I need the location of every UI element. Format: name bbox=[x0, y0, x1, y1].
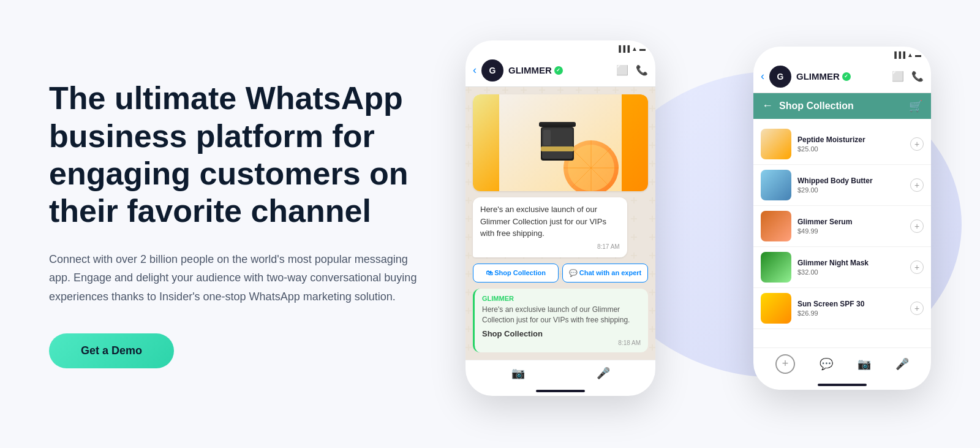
wifi-icon: ▲ bbox=[631, 45, 638, 52]
home-indicator-right bbox=[753, 380, 931, 390]
chat-expert-button[interactable]: 💬 Chat with an expert bbox=[562, 264, 648, 283]
wa-chat-header: ‹ G GLIMMER ✓ ⬜ 📞 bbox=[466, 55, 655, 87]
brand-text: GLIMMER bbox=[508, 65, 552, 75]
wa-shop-header-bar: ‹ G GLIMMER ✓ ⬜ 📞 bbox=[753, 61, 931, 93]
signal-icon: ▐▐▐ bbox=[617, 45, 630, 52]
product-price: $26.99 bbox=[797, 309, 904, 317]
status-icons-right: ▐▐▐ ▲ ▬ bbox=[892, 51, 921, 58]
get-demo-button[interactable]: Get a Demo bbox=[49, 333, 174, 368]
phone-icon[interactable]: 📞 bbox=[636, 64, 648, 76]
shop-back-icon[interactable]: ← bbox=[762, 99, 773, 112]
shop-bottom-nav: + 💬 📷 🎤 bbox=[753, 347, 931, 380]
product-price: $32.00 bbox=[797, 268, 904, 276]
status-icons: ▐▐▐ ▲ ▬ bbox=[617, 45, 646, 52]
product-list-item: Sun Screen SPF 30 $26.99 + bbox=[753, 288, 931, 329]
video-icon[interactable]: ⬜ bbox=[616, 64, 628, 76]
mic-icon-shop[interactable]: 🎤 bbox=[895, 357, 909, 371]
phone-icon-right[interactable]: 📞 bbox=[911, 70, 924, 82]
brand-text-right: GLIMMER bbox=[796, 71, 840, 82]
verified-badge: ✓ bbox=[554, 66, 563, 75]
signal-icon-right: ▐▐▐ bbox=[892, 51, 905, 58]
battery-icon: ▬ bbox=[639, 45, 646, 52]
chat-cta-row: 🛍 Shop Collection 💬 Chat with an expert bbox=[473, 264, 648, 283]
brand-avatar: G bbox=[481, 59, 503, 82]
battery-icon-right: ▬ bbox=[915, 51, 921, 58]
chat-message-bubble: Here's an exclusive launch of our Glimme… bbox=[473, 197, 627, 257]
shop-title: Shop Collection bbox=[779, 101, 903, 112]
product-name: Glimmer Serum bbox=[797, 218, 904, 226]
brand-name-right: GLIMMER ✓ bbox=[796, 71, 851, 82]
status-bar-left: ▐▐▐ ▲ ▬ bbox=[466, 40, 655, 55]
wifi-icon-right: ▲ bbox=[907, 51, 913, 58]
add-icon[interactable]: + bbox=[775, 354, 795, 374]
product-thumbnail bbox=[761, 129, 791, 159]
hero-subtitle: Connect with over 2 billion people on th… bbox=[49, 250, 429, 306]
product-info: Whipped Body Butter $29.00 bbox=[797, 177, 904, 194]
add-product-button[interactable]: + bbox=[910, 137, 924, 151]
product-info: Peptide Moisturizer $25.00 bbox=[797, 135, 904, 153]
page-wrapper: The ultimate WhatsApp business platform … bbox=[0, 0, 980, 448]
hero-title: The ultimate WhatsApp business platform … bbox=[49, 80, 441, 230]
notif-brand: GLIMMER bbox=[482, 295, 641, 302]
shop-collection-button[interactable]: 🛍 Shop Collection bbox=[473, 264, 559, 283]
product-name: Peptide Moisturizer bbox=[797, 135, 904, 144]
chat-product-image bbox=[473, 94, 648, 192]
product-price: $49.99 bbox=[797, 227, 904, 235]
product-list-item: Whipped Body Butter $29.00 + bbox=[753, 165, 931, 206]
chat-area: Here's an exclusive launch of our Glimme… bbox=[466, 87, 655, 360]
brand-name-left: GLIMMER ✓ bbox=[508, 65, 563, 75]
video-icon-right[interactable]: ⬜ bbox=[892, 70, 904, 82]
add-product-button[interactable]: + bbox=[910, 178, 924, 192]
notification-bubble: GLIMMER Here's an exclusive launch of ou… bbox=[473, 289, 648, 352]
product-name: Whipped Body Butter bbox=[797, 177, 904, 185]
phones-section: ▐▐▐ ▲ ▬ ‹ G GLIMMER ✓ bbox=[466, 16, 943, 433]
cart-icon[interactable]: 🛒 bbox=[909, 99, 922, 113]
mic-icon[interactable]: 🎤 bbox=[597, 366, 610, 380]
home-bar bbox=[536, 390, 585, 392]
back-icon-right[interactable]: ‹ bbox=[761, 70, 764, 83]
brand-avatar-right: G bbox=[769, 66, 791, 88]
product-list-item: Glimmer Night Mask $32.00 + bbox=[753, 247, 931, 288]
back-icon[interactable]: ‹ bbox=[473, 64, 477, 77]
header-actions: ⬜ 📞 bbox=[616, 64, 648, 76]
product-info: Glimmer Night Mask $32.00 bbox=[797, 259, 904, 276]
phone-shop: ▐▐▐ ▲ ▬ ‹ G GLIMMER ✓ bbox=[753, 47, 931, 390]
message-time: 8:17 AM bbox=[480, 242, 620, 251]
status-bar-right: ▐▐▐ ▲ ▬ bbox=[753, 47, 931, 61]
product-image-bubble bbox=[473, 94, 648, 192]
product-illustration bbox=[499, 94, 622, 192]
product-info: Glimmer Serum $49.99 bbox=[797, 218, 904, 235]
add-product-button[interactable]: + bbox=[910, 302, 924, 315]
add-product-button[interactable]: + bbox=[910, 260, 924, 274]
product-thumbnail bbox=[761, 170, 791, 200]
product-thumbnail bbox=[761, 293, 791, 324]
product-list: Peptide Moisturizer $25.00 + Whipped Bod… bbox=[753, 119, 931, 347]
product-list-item: Glimmer Serum $49.99 + bbox=[753, 206, 931, 247]
verified-badge-right: ✓ bbox=[842, 72, 851, 81]
product-thumbnail bbox=[761, 252, 791, 283]
notif-text: Here's an exclusive launch of our Glimme… bbox=[482, 305, 641, 325]
shop-collection-header: ← Shop Collection 🛒 bbox=[753, 93, 931, 119]
left-section: The ultimate WhatsApp business platform … bbox=[49, 80, 466, 368]
product-name: Sun Screen SPF 30 bbox=[797, 300, 904, 308]
phone-chat: ▐▐▐ ▲ ▬ ‹ G GLIMMER ✓ bbox=[466, 40, 655, 396]
home-indicator bbox=[466, 386, 655, 396]
camera-icon[interactable]: 📷 bbox=[511, 366, 525, 380]
chat-message-text: Here's an exclusive launch of our Glimme… bbox=[480, 205, 606, 238]
svg-rect-11 bbox=[543, 130, 551, 145]
chat-bubble-icon[interactable]: 💬 bbox=[820, 357, 833, 371]
svg-rect-10 bbox=[541, 146, 574, 151]
camera-icon-shop[interactable]: 📷 bbox=[858, 357, 871, 371]
product-name: Glimmer Night Mask bbox=[797, 259, 904, 267]
notif-link[interactable]: Shop Collection bbox=[482, 329, 641, 338]
product-price: $25.00 bbox=[797, 145, 904, 153]
home-bar-right bbox=[818, 384, 867, 386]
product-info: Sun Screen SPF 30 $26.99 bbox=[797, 300, 904, 317]
notif-time: 8:18 AM bbox=[482, 340, 641, 346]
product-price: $29.00 bbox=[797, 186, 904, 194]
header-actions-right: ⬜ 📞 bbox=[892, 70, 924, 82]
add-product-button[interactable]: + bbox=[910, 219, 924, 233]
product-list-item: Peptide Moisturizer $25.00 + bbox=[753, 124, 931, 165]
phone-bottom-nav: 📷 🎤 bbox=[466, 360, 655, 386]
svg-rect-7 bbox=[539, 122, 576, 127]
